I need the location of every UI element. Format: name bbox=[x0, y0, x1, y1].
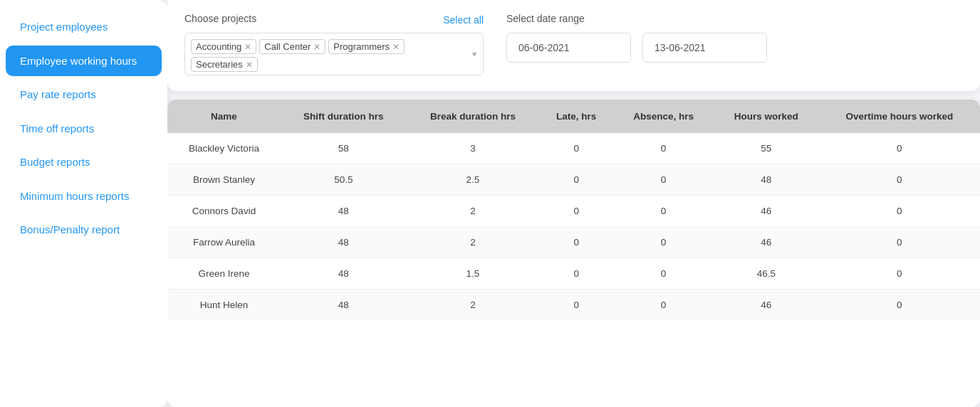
table-row: Hunt Helen48200460 bbox=[167, 290, 980, 321]
tag-remove-call-center[interactable]: ✕ bbox=[313, 43, 320, 51]
col-header-absence-hrs: Absence, hrs bbox=[613, 100, 714, 133]
project-tag-call-center: Call Center✕ bbox=[259, 39, 325, 54]
col-header-late-hrs: Late, hrs bbox=[539, 100, 613, 133]
sidebar-item-time-off-reports[interactable]: Time off reports bbox=[6, 113, 162, 144]
cell-absence-hrs: 0 bbox=[613, 196, 714, 227]
project-filter-section: Choose projects Select all Accounting✕Ca… bbox=[184, 13, 484, 75]
cell-break-duration: 2 bbox=[407, 227, 539, 258]
table-row: Connors David48200460 bbox=[167, 196, 980, 227]
cell-overtime-hours: 0 bbox=[819, 290, 980, 321]
cell-overtime-hours: 0 bbox=[819, 133, 980, 164]
table-header-row: NameShift duration hrsBreak duration hrs… bbox=[167, 100, 980, 133]
project-filter-header: Choose projects Select all bbox=[184, 13, 484, 27]
filter-area: Choose projects Select all Accounting✕Ca… bbox=[167, 0, 980, 91]
sidebar-item-pay-rate-reports[interactable]: Pay rate reports bbox=[6, 79, 162, 110]
cell-absence-hrs: 0 bbox=[613, 133, 714, 164]
cell-overtime-hours: 0 bbox=[819, 258, 980, 290]
cell-shift-duration: 58 bbox=[281, 133, 407, 164]
cell-late-hrs: 0 bbox=[539, 227, 613, 258]
table-header: NameShift duration hrsBreak duration hrs… bbox=[167, 100, 980, 133]
date-inputs bbox=[506, 33, 767, 63]
cell-overtime-hours: 0 bbox=[819, 196, 980, 227]
col-header-overtime-hours: Overtime hours worked bbox=[819, 100, 980, 133]
cell-hours-worked: 48 bbox=[714, 164, 819, 196]
col-header-name: Name bbox=[167, 100, 281, 133]
select-all-link[interactable]: Select all bbox=[443, 14, 484, 26]
cell-hours-worked: 46 bbox=[714, 227, 819, 258]
choose-projects-label: Choose projects bbox=[184, 13, 256, 24]
sidebar-item-project-employees[interactable]: Project employees bbox=[6, 11, 162, 43]
cell-break-duration: 2 bbox=[407, 196, 539, 227]
tag-label-secretaries: Secretaries bbox=[196, 59, 243, 70]
cell-name: Blackley Victoria bbox=[167, 133, 281, 164]
cell-shift-duration: 48 bbox=[281, 290, 407, 321]
project-tag-accounting: Accounting✕ bbox=[191, 39, 256, 54]
cell-overtime-hours: 0 bbox=[819, 227, 980, 258]
cell-name: Green Irene bbox=[167, 258, 281, 290]
cell-hours-worked: 46.5 bbox=[714, 258, 819, 290]
sidebar-item-employee-working-hours[interactable]: Employee working hours bbox=[6, 46, 162, 77]
cell-shift-duration: 48 bbox=[281, 258, 407, 290]
sidebar-item-minimum-hours-reports[interactable]: Minimum hours reports bbox=[6, 181, 162, 212]
cell-name: Hunt Helen bbox=[167, 290, 281, 321]
sidebar-item-bonus-penalty-report[interactable]: Bonus/Penalty report bbox=[6, 214, 162, 245]
cell-hours-worked: 46 bbox=[714, 290, 819, 321]
employee-hours-table-wrapper: NameShift duration hrsBreak duration hrs… bbox=[167, 100, 980, 407]
tag-remove-programmers[interactable]: ✕ bbox=[392, 43, 400, 51]
table-row: Farrow Aurelia48200460 bbox=[167, 227, 980, 258]
cell-name: Farrow Aurelia bbox=[167, 227, 281, 258]
cell-late-hrs: 0 bbox=[539, 164, 613, 196]
cell-shift-duration: 48 bbox=[281, 196, 407, 227]
table-row: Brown Stanley50.52.500480 bbox=[167, 164, 980, 196]
cell-absence-hrs: 0 bbox=[613, 164, 714, 196]
cell-name: Brown Stanley bbox=[167, 164, 281, 196]
tag-label-programmers: Programmers bbox=[333, 41, 390, 52]
table-body: Blackley Victoria58300550Brown Stanley50… bbox=[167, 133, 980, 320]
cell-break-duration: 1.5 bbox=[407, 258, 539, 290]
tag-remove-accounting[interactable]: ✕ bbox=[244, 43, 251, 51]
project-select-wrapper: Accounting✕Call Center✕Programmers✕Secre… bbox=[184, 33, 484, 75]
cell-break-duration: 2.5 bbox=[407, 164, 539, 196]
cell-late-hrs: 0 bbox=[539, 133, 613, 164]
project-tag-programmers: Programmers✕ bbox=[328, 39, 405, 54]
tag-remove-secretaries[interactable]: ✕ bbox=[246, 60, 253, 69]
cell-late-hrs: 0 bbox=[539, 290, 613, 321]
project-select-box[interactable]: Accounting✕Call Center✕Programmers✕Secre… bbox=[184, 33, 484, 75]
employee-hours-table: NameShift duration hrsBreak duration hrs… bbox=[167, 100, 980, 320]
cell-absence-hrs: 0 bbox=[613, 290, 714, 321]
table-row: Green Irene481.50046.50 bbox=[167, 258, 980, 290]
cell-break-duration: 2 bbox=[407, 290, 539, 321]
col-header-break-duration: Break duration hrs bbox=[407, 100, 539, 133]
tag-label-accounting: Accounting bbox=[196, 41, 241, 52]
col-header-shift-duration: Shift duration hrs bbox=[281, 100, 407, 133]
main-content: Choose projects Select all Accounting✕Ca… bbox=[167, 0, 980, 407]
date-filter-section: Select date range bbox=[506, 13, 767, 63]
sidebar-item-budget-reports[interactable]: Budget reports bbox=[6, 147, 162, 178]
cell-shift-duration: 50.5 bbox=[281, 164, 407, 196]
cell-shift-duration: 48 bbox=[281, 227, 407, 258]
col-header-hours-worked: Hours worked bbox=[714, 100, 819, 133]
cell-late-hrs: 0 bbox=[539, 196, 613, 227]
tag-label-call-center: Call Center bbox=[264, 41, 311, 52]
cell-absence-hrs: 0 bbox=[613, 227, 714, 258]
cell-late-hrs: 0 bbox=[539, 258, 613, 290]
project-tag-secretaries: Secretaries✕ bbox=[191, 57, 258, 72]
cell-overtime-hours: 0 bbox=[819, 164, 980, 196]
cell-hours-worked: 46 bbox=[714, 196, 819, 227]
cell-break-duration: 3 bbox=[407, 133, 539, 164]
cell-hours-worked: 55 bbox=[714, 133, 819, 164]
cell-absence-hrs: 0 bbox=[613, 258, 714, 290]
sidebar: Project employeesEmployee working hoursP… bbox=[0, 0, 167, 407]
table-row: Blackley Victoria58300550 bbox=[167, 133, 980, 164]
cell-name: Connors David bbox=[167, 196, 281, 227]
date-range-label: Select date range bbox=[506, 13, 767, 24]
date-from-input[interactable] bbox=[506, 33, 631, 63]
date-to-input[interactable] bbox=[642, 33, 767, 63]
